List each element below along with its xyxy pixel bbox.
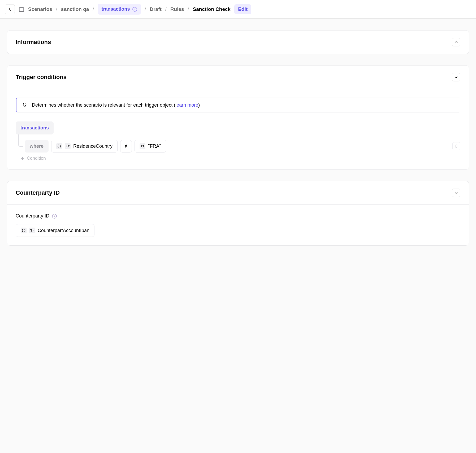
header: Scenarios / sanction qa / transactions i…	[0, 0, 476, 19]
card-title: Informations	[16, 39, 51, 46]
text-type-icon: TT	[140, 143, 145, 149]
edit-button[interactable]: Edit	[234, 4, 251, 14]
trigger-object-token[interactable]: transactions	[16, 121, 54, 134]
add-condition-button[interactable]: Condition	[16, 156, 460, 161]
card-title: Counterparty ID	[16, 189, 60, 196]
breadcrumb-separator: /	[93, 6, 94, 12]
card-title: Trigger conditions	[16, 74, 67, 81]
text-type-icon: TT	[65, 143, 71, 149]
value-text: "FRA"	[148, 143, 161, 149]
svg-rect-0	[19, 7, 24, 11]
expand-button[interactable]	[452, 189, 460, 197]
card-header: Trigger conditions	[7, 66, 469, 89]
tree-connector	[18, 134, 23, 147]
trigger-block: transactions where TT ResidenceCountry ≠…	[16, 121, 460, 161]
card-body: Determines whether the scenario is relev…	[7, 89, 469, 169]
breadcrumb-rules[interactable]: Rules	[170, 6, 184, 12]
value-token[interactable]: TT "FRA"	[135, 140, 166, 153]
chevron-up-icon	[454, 40, 458, 44]
object-icon	[56, 143, 62, 149]
breadcrumb-trigger-label: transactions	[101, 6, 130, 12]
chevron-left-icon	[8, 7, 12, 11]
breadcrumb-separator: /	[165, 6, 167, 12]
scenario-icon	[19, 6, 24, 12]
breadcrumb-scenarios[interactable]: Scenarios	[28, 6, 52, 12]
card-body: Counterparty ID i TT CounterpartAccountI…	[7, 204, 469, 245]
trash-icon	[455, 144, 458, 148]
hint-text: Determines whether the scenario is relev…	[32, 102, 200, 108]
field-label: Counterparty ID	[16, 213, 49, 219]
field-name: ResidenceCountry	[73, 143, 112, 149]
lightbulb-icon	[22, 102, 28, 108]
plus-icon	[20, 156, 25, 160]
add-condition-label: Condition	[27, 156, 46, 161]
breadcrumb-separator: /	[188, 6, 189, 12]
text-type-icon: TT	[29, 228, 35, 233]
main-content: Informations Trigger conditions Determin…	[0, 19, 476, 257]
chevron-down-icon	[454, 75, 458, 79]
field-label-row: Counterparty ID i	[16, 213, 460, 219]
trigger-conditions-card: Trigger conditions Determines whether th…	[7, 65, 469, 170]
breadcrumb-separator: /	[145, 6, 146, 12]
breadcrumb: Scenarios / sanction qa / transactions i…	[19, 4, 251, 15]
info-icon: i	[132, 7, 137, 12]
delete-condition-button[interactable]	[452, 142, 460, 150]
hint-suffix: )	[198, 102, 200, 108]
card-header: Informations	[7, 31, 469, 54]
learn-more-link[interactable]: learn more	[175, 102, 198, 108]
collapse-button[interactable]	[452, 38, 460, 46]
operator-token[interactable]: ≠	[120, 140, 132, 153]
field-token[interactable]: TT ResidenceCountry	[51, 140, 118, 153]
breadcrumb-trigger[interactable]: transactions i	[98, 4, 141, 15]
chevron-down-icon	[454, 191, 458, 195]
breadcrumb-current: Sanction Check	[193, 6, 231, 12]
card-header: Counterparty ID	[7, 181, 469, 204]
hint-prefix: Determines whether the scenario is relev…	[32, 102, 175, 108]
informations-card: Informations	[7, 30, 469, 54]
breadcrumb-scenario[interactable]: sanction qa	[61, 6, 89, 12]
info-icon[interactable]: i	[52, 214, 57, 219]
back-button[interactable]	[5, 4, 15, 14]
field-token[interactable]: TT CounterpartAccountIban	[16, 224, 94, 237]
field-name: CounterpartAccountIban	[38, 228, 89, 233]
hint-box: Determines whether the scenario is relev…	[16, 98, 460, 112]
object-icon	[21, 228, 27, 233]
breadcrumb-draft[interactable]: Draft	[150, 6, 162, 12]
breadcrumb-separator: /	[56, 6, 57, 12]
expand-button[interactable]	[452, 73, 460, 81]
condition-row: where TT ResidenceCountry ≠ TT "FRA"	[16, 140, 460, 153]
where-token: where	[25, 140, 49, 153]
counterparty-card: Counterparty ID Counterparty ID i TT Cou…	[7, 181, 469, 246]
